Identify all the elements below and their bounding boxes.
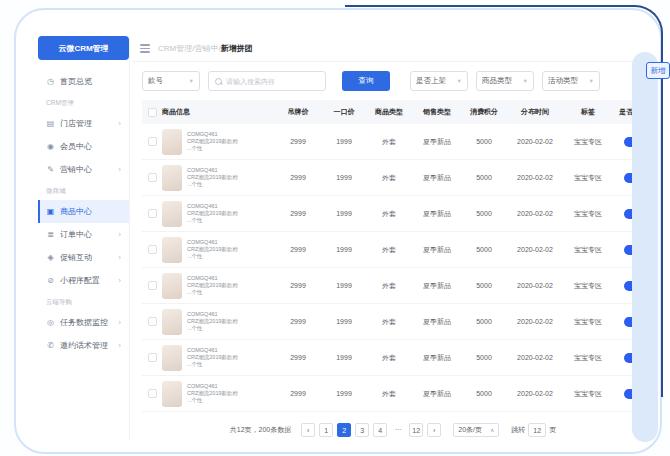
category-cell: 外套 bbox=[366, 209, 412, 219]
hamburger-icon[interactable] bbox=[140, 44, 150, 53]
member-icon: ◉ bbox=[46, 142, 55, 151]
product-cell: COMGQ461 CRZ潮流2019新款粉 ...个性 bbox=[162, 237, 274, 263]
style-no-select[interactable]: 款号 ▼ bbox=[142, 71, 200, 91]
sidebar-item-store[interactable]: ▤ 门店管理 › bbox=[38, 112, 129, 135]
points-cell: 5000 bbox=[462, 390, 506, 397]
store-icon: ▤ bbox=[46, 119, 55, 128]
sidebar-item-miniapp[interactable]: ⊘ 小程序配置 › bbox=[38, 269, 129, 292]
jump-suffix: 页 bbox=[549, 425, 556, 435]
points-cell: 5000 bbox=[462, 354, 506, 361]
product-name: CRZ潮流2019新款粉 bbox=[187, 282, 238, 289]
product-thumbnail bbox=[162, 165, 182, 191]
sale-type-cell: 夏季新品 bbox=[412, 137, 462, 147]
product-thumbnail bbox=[162, 201, 182, 227]
page-button-1[interactable]: 1 bbox=[319, 423, 333, 437]
page-button-3[interactable]: 3 bbox=[355, 423, 369, 437]
row-checkbox[interactable] bbox=[148, 281, 157, 290]
next-page-button[interactable]: › bbox=[427, 423, 441, 437]
page-button-4[interactable]: 4 bbox=[373, 423, 387, 437]
col-category: 商品类型 bbox=[366, 107, 412, 117]
row-checkbox[interactable] bbox=[148, 389, 157, 398]
on-shelf-toggle[interactable] bbox=[624, 209, 643, 219]
search-box bbox=[208, 71, 326, 91]
row-checkbox[interactable] bbox=[148, 137, 157, 146]
promotion-icon: ◈ bbox=[46, 253, 55, 262]
sidebar-item-marketing[interactable]: ✎ 营销中心 › bbox=[38, 158, 129, 181]
on-shelf-toggle[interactable] bbox=[624, 353, 643, 363]
topbar: CRM管理/营销中/新增拼团 bbox=[132, 36, 654, 62]
sidebar-item-product[interactable]: ▣ 商品中心 › bbox=[38, 200, 129, 223]
product-name-suffix: ...个性 bbox=[187, 181, 238, 188]
points-cell: 5000 bbox=[462, 174, 506, 181]
product-code: COMGQ461 bbox=[187, 203, 238, 210]
breadcrumb-current: 新增拼团 bbox=[221, 44, 253, 53]
table-row: COMGQ461 CRZ潮流2019新款粉 ...个性 2999 1999 外套… bbox=[142, 160, 654, 196]
tag-cell: 宝宝专区 bbox=[564, 173, 612, 183]
search-input[interactable] bbox=[226, 78, 319, 85]
category-cell: 外套 bbox=[366, 173, 412, 183]
chevron-down-icon: ▼ bbox=[523, 78, 528, 84]
product-icon: ▣ bbox=[46, 207, 55, 216]
script-icon: ✆ bbox=[46, 341, 55, 350]
breadcrumb-prefix[interactable]: CRM管理/营销中/ bbox=[158, 44, 221, 53]
chevron-right-icon: › bbox=[118, 253, 121, 262]
sidebar-section-label: 微商城 bbox=[38, 181, 129, 200]
select-all-checkbox[interactable] bbox=[148, 108, 157, 117]
on-shelf-toggle[interactable] bbox=[624, 245, 643, 255]
jump-input[interactable] bbox=[528, 423, 546, 437]
row-checkbox[interactable] bbox=[148, 209, 157, 218]
sidebar-item-script[interactable]: ✆ 邀约话术管理 › bbox=[38, 334, 129, 357]
sale-type-cell: 夏季新品 bbox=[412, 173, 462, 183]
sidebar-item-member[interactable]: ◉ 会员中心 › bbox=[38, 135, 129, 158]
product-cell: COMGQ461 CRZ潮流2019新款粉 ...个性 bbox=[162, 165, 274, 191]
product-cell: COMGQ461 CRZ潮流2019新款粉 ...个性 bbox=[162, 345, 274, 371]
add-button[interactable]: 新增 bbox=[646, 62, 670, 79]
page-button-2[interactable]: 2 bbox=[337, 423, 351, 437]
sidebar-item-promotion[interactable]: ◈ 促销互动 › bbox=[38, 246, 129, 269]
sidebar-item-dashboard[interactable]: ◷ 首页总览 › bbox=[38, 70, 129, 93]
row-checkbox[interactable] bbox=[148, 245, 157, 254]
sidebar-item-monitor[interactable]: ◎ 任务数据监控 › bbox=[38, 311, 129, 334]
fixed-price-cell: 1999 bbox=[322, 390, 366, 397]
publish-time-cell: 2020-02-02 bbox=[506, 246, 564, 253]
on-shelf-toggle[interactable] bbox=[624, 389, 643, 399]
tag-cell: 宝宝专区 bbox=[564, 209, 612, 219]
row-checkbox[interactable] bbox=[148, 353, 157, 362]
on-shelf-toggle[interactable] bbox=[624, 317, 643, 327]
product-name: CRZ潮流2019新款粉 bbox=[187, 246, 238, 253]
chevron-right-icon: › bbox=[118, 230, 121, 239]
col-publish-time: 分布时间 bbox=[506, 107, 564, 117]
product-cell: COMGQ461 CRZ潮流2019新款粉 ...个性 bbox=[162, 309, 274, 335]
on-shelf-toggle[interactable] bbox=[624, 137, 643, 147]
points-cell: 5000 bbox=[462, 246, 506, 253]
row-checkbox[interactable] bbox=[148, 317, 157, 326]
on-shelf-toggle[interactable] bbox=[624, 281, 643, 291]
table-row: COMGQ461 CRZ潮流2019新款粉 ...个性 2999 1999 外套… bbox=[142, 268, 654, 304]
main-content: CRM管理/营销中/新增拼团 款号 ▼ 查询 是否上架 ▼ 商品类型 ▼ 活动类… bbox=[132, 36, 654, 446]
product-name-suffix: ...个性 bbox=[187, 289, 238, 296]
publish-time-cell: 2020-02-02 bbox=[506, 210, 564, 217]
fixed-price-cell: 1999 bbox=[322, 318, 366, 325]
shelf-select[interactable]: 是否上架 ▼ bbox=[410, 71, 468, 91]
row-checkbox[interactable] bbox=[148, 173, 157, 182]
category-cell: 外套 bbox=[366, 137, 412, 147]
product-cell: COMGQ461 CRZ潮流2019新款粉 ...个性 bbox=[162, 273, 274, 299]
prev-page-button[interactable]: ‹ bbox=[301, 423, 315, 437]
page-size-select[interactable]: 20条/页 ∧ bbox=[453, 423, 499, 437]
product-type-select[interactable]: 商品类型 ▼ bbox=[476, 71, 534, 91]
on-shelf-toggle[interactable] bbox=[624, 173, 643, 183]
page-button-12[interactable]: 12 bbox=[409, 423, 423, 437]
table-row: COMGQ461 CRZ潮流2019新款粉 ...个性 2999 1999 外套… bbox=[142, 304, 654, 340]
sidebar-section-label: CRM管理 bbox=[38, 93, 129, 112]
points-cell: 5000 bbox=[462, 318, 506, 325]
filter-bar: 款号 ▼ 查询 是否上架 ▼ 商品类型 ▼ 活动类型 ▼ bbox=[132, 71, 654, 91]
activity-type-select[interactable]: 活动类型 ▼ bbox=[542, 71, 600, 91]
tag-price-cell: 2999 bbox=[274, 390, 322, 397]
sidebar-item-order[interactable]: ≣ 订单中心 › bbox=[38, 223, 129, 246]
sidebar: 云微CRM管理 ◷ 首页总览 › CRM管理 ▤ 门店管理 › ◉ 会员中心 ›… bbox=[38, 36, 130, 440]
table-row: COMGQ461 CRZ潮流2019新款粉 ...个性 2999 1999 外套… bbox=[142, 340, 654, 376]
search-button[interactable]: 查询 bbox=[342, 71, 390, 91]
sale-type-cell: 夏季新品 bbox=[412, 353, 462, 363]
fixed-price-cell: 1999 bbox=[322, 354, 366, 361]
product-name-suffix: ...个性 bbox=[187, 397, 238, 404]
